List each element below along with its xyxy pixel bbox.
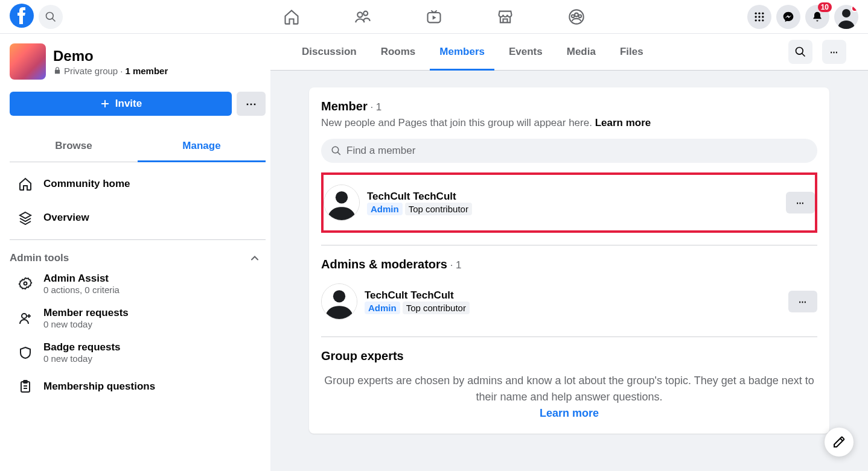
svg-point-7	[575, 13, 578, 16]
svg-point-8	[572, 14, 575, 17]
facebook-logo[interactable]	[10, 4, 34, 30]
svg-point-3	[357, 12, 362, 17]
avatar-dot	[851, 5, 858, 12]
tab-media[interactable]: Media	[557, 34, 605, 70]
highlighted-member: TechCult TechCult AdminTop contributor ⋯	[321, 172, 817, 233]
person-plus-icon	[18, 311, 33, 326]
learn-more-link[interactable]: Learn more	[595, 117, 651, 128]
tab-members[interactable]: Members	[430, 34, 494, 70]
nav-friends[interactable]	[330, 0, 396, 34]
svg-point-1	[46, 12, 54, 19]
avatar-icon	[322, 284, 357, 319]
layers-icon	[18, 210, 33, 225]
menu-button[interactable]	[747, 5, 771, 29]
svg-point-18	[762, 19, 764, 21]
admin-tools-header[interactable]: Admin tools	[10, 245, 266, 267]
notification-badge: 10	[818, 2, 832, 12]
tab-events[interactable]: Events	[499, 34, 552, 70]
admin-name[interactable]: TechCult TechCult	[365, 289, 470, 302]
marketplace-icon	[497, 8, 514, 25]
svg-point-12	[762, 12, 764, 14]
admin-badge: Admin	[367, 203, 403, 215]
tab-discussion[interactable]: Discussion	[292, 34, 366, 70]
svg-line-26	[802, 54, 805, 57]
group-more-button[interactable]: ⋯	[237, 92, 266, 116]
svg-point-14	[758, 16, 760, 17]
svg-point-11	[758, 12, 760, 14]
notifications-button[interactable]: 10	[805, 5, 829, 29]
admin-badge: Admin	[365, 302, 400, 314]
tab-rooms[interactable]: Rooms	[371, 34, 426, 70]
svg-point-22	[22, 314, 27, 318]
friends-icon	[354, 8, 371, 25]
members-description: New people and Pages that join this grou…	[321, 117, 817, 129]
group-experts-description: Group experts are chosen by admins and k…	[321, 373, 817, 422]
svg-point-4	[363, 11, 368, 15]
clipboard-icon	[18, 379, 33, 394]
group-meta: Private group · 1 member	[53, 66, 168, 76]
nav-home[interactable]	[258, 0, 325, 34]
sidebar-item-member-requests[interactable]: Member requests0 new today	[10, 301, 266, 335]
member-row[interactable]: TechCult TechCult AdminTop contributor ⋯	[324, 180, 815, 226]
sidebar-item-community-home[interactable]: Community home	[10, 167, 266, 201]
watch-icon	[426, 8, 442, 25]
svg-point-27	[332, 147, 339, 153]
group-experts-title: Group experts	[321, 349, 817, 363]
shield-icon	[18, 346, 33, 360]
compose-button[interactable]	[825, 428, 854, 457]
chevron-up-icon	[249, 252, 261, 264]
lock-icon	[53, 66, 62, 75]
search-icon	[794, 46, 806, 58]
sidebar-tab-browse[interactable]: Browse	[10, 130, 138, 162]
global-search-button[interactable]	[39, 5, 63, 29]
svg-point-17	[758, 19, 760, 21]
gear-badge-icon	[18, 277, 33, 291]
experts-learn-more-link[interactable]: Learn more	[321, 405, 817, 422]
invite-button[interactable]: Invite	[10, 92, 232, 116]
home-icon	[283, 8, 300, 25]
svg-point-25	[796, 48, 803, 55]
member-search-input[interactable]	[346, 145, 808, 157]
bell-icon	[811, 11, 823, 23]
search-icon	[45, 11, 57, 23]
sidebar-item-overview[interactable]: Overview	[10, 201, 266, 235]
group-cover-image[interactable]	[10, 43, 46, 80]
top-contributor-badge: Top contributor	[405, 203, 472, 215]
sidebar-item-badge-requests[interactable]: Badge requests0 new today	[10, 335, 266, 370]
svg-line-2	[53, 18, 56, 21]
group-search-button[interactable]	[788, 40, 812, 64]
avatar-icon	[324, 185, 359, 220]
group-title[interactable]: Demo	[53, 48, 168, 65]
sidebar-item-membership-questions[interactable]: Membership questions	[10, 370, 266, 403]
member-more-button[interactable]: ⋯	[786, 192, 815, 213]
plus-icon	[100, 98, 110, 109]
sidebar-tab-manage[interactable]: Manage	[138, 130, 266, 162]
svg-point-10	[755, 12, 757, 14]
svg-point-13	[755, 16, 757, 17]
admin-more-button[interactable]: ⋯	[788, 291, 817, 312]
tab-files[interactable]: Files	[610, 34, 653, 70]
admins-title: Admins & moderators	[321, 258, 447, 271]
group-more-actions-button[interactable]: ⋯	[822, 40, 846, 64]
svg-point-21	[24, 282, 27, 285]
member-name[interactable]: TechCult TechCult	[367, 191, 472, 203]
account-button[interactable]	[834, 5, 858, 29]
members-title: Member	[321, 100, 368, 113]
member-search[interactable]	[321, 139, 817, 163]
compose-icon	[832, 435, 846, 449]
search-icon	[331, 145, 342, 156]
svg-point-9	[579, 14, 582, 17]
sidebar-item-admin-assist[interactable]: Admin Assist0 actions, 0 criteria	[10, 267, 266, 301]
home-icon	[18, 177, 33, 191]
admin-row[interactable]: TechCult TechCult AdminTop contributor ⋯	[321, 279, 817, 324]
messenger-button[interactable]	[776, 5, 800, 29]
svg-line-28	[337, 152, 340, 155]
nav-watch[interactable]	[401, 0, 467, 34]
grid-icon	[753, 11, 765, 23]
nav-groups[interactable]	[543, 0, 610, 34]
nav-marketplace[interactable]	[472, 0, 538, 34]
messenger-icon	[782, 11, 794, 23]
svg-point-16	[755, 19, 757, 21]
top-contributor-badge: Top contributor	[403, 302, 470, 314]
groups-icon	[568, 8, 585, 25]
